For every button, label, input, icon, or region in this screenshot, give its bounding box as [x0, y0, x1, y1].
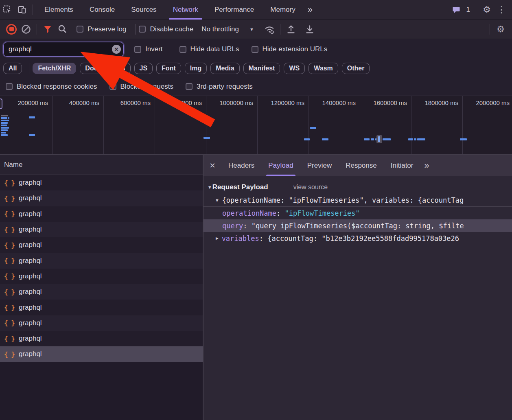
payload-rows: operationName: "ipFlowTimeseries"query: …: [203, 207, 512, 245]
chip-media[interactable]: Media: [210, 63, 239, 74]
payload-key: variables: [222, 234, 259, 243]
chip-img[interactable]: Img: [185, 63, 207, 74]
network-conditions-icon[interactable]: [262, 22, 277, 36]
details-tab-headers[interactable]: Headers: [221, 155, 261, 176]
tab-sources[interactable]: Sources: [123, 0, 164, 20]
timeline-request-mark: [8, 117, 9, 119]
request-row[interactable]: { }graphql: [0, 222, 203, 237]
hide-extension-urls-checkbox[interactable]: [252, 46, 258, 53]
kebab-menu-icon[interactable]: ⋮: [494, 3, 509, 17]
network-main-split: Name { }graphql{ }graphql{ }graphql{ }gr…: [0, 155, 512, 420]
tab-console[interactable]: Console: [81, 0, 123, 20]
request-row[interactable]: { }graphql: [0, 253, 203, 268]
timeline-request-mark: [29, 134, 35, 136]
chip-css[interactable]: CSS: [107, 63, 131, 74]
timeline-request-mark: [364, 138, 370, 140]
timeline-request-mark: [1, 129, 8, 131]
network-overview-timeline[interactable]: 200000 ms400000 ms600000 ms800000 ms1000…: [0, 96, 512, 155]
device-toolbar-icon[interactable]: [15, 3, 29, 17]
export-har-icon[interactable]: [302, 22, 317, 36]
timeline-request-mark: [1, 120, 9, 121]
collapse-triangle-icon[interactable]: ▼: [208, 185, 211, 190]
divider: [135, 24, 136, 35]
fetch-xhr-icon: { }: [4, 226, 15, 234]
chip-manifest[interactable]: Manifest: [243, 63, 280, 74]
request-name: graphql: [19, 225, 42, 234]
request-row[interactable]: { }graphql: [0, 175, 203, 190]
divider: [490, 24, 490, 35]
view-source-link[interactable]: view source: [293, 184, 328, 191]
tab-network[interactable]: Network: [165, 0, 206, 20]
payload-key: operationName: [222, 209, 276, 217]
chip-doc[interactable]: Doc: [80, 63, 103, 74]
3rd-party-requests-checkbox[interactable]: [186, 83, 193, 90]
issues-icon[interactable]: [449, 3, 464, 17]
timeline-request-mark: [1, 117, 7, 119]
chip-other[interactable]: Other: [342, 63, 370, 74]
expand-triangle-icon[interactable]: ▼: [216, 198, 219, 203]
details-tab-payload[interactable]: Payload: [261, 155, 300, 176]
disable-cache-checkbox[interactable]: [139, 26, 146, 33]
close-details-icon[interactable]: ✕: [203, 155, 221, 176]
settings-gear-icon[interactable]: ⚙: [479, 3, 494, 17]
fetch-xhr-icon: { }: [4, 195, 15, 202]
tab-memory[interactable]: Memory: [262, 0, 303, 20]
request-list-pane: Name { }graphql{ }graphql{ }graphql{ }gr…: [0, 155, 203, 420]
filter-input[interactable]: [3, 42, 124, 57]
record-network-log-icon[interactable]: [4, 22, 19, 36]
payload-row-variables[interactable]: ▶variables: {accountTag: "b12e3b2192ee55…: [203, 232, 512, 245]
request-row[interactable]: { }graphql: [0, 284, 203, 300]
request-row[interactable]: { }graphql: [0, 331, 203, 346]
tab-elements[interactable]: Elements: [36, 0, 81, 20]
blocked-requests-checkbox[interactable]: [109, 83, 116, 90]
throttling-select[interactable]: No throttling ▼: [199, 25, 256, 33]
details-tab-initiator[interactable]: Initiator: [384, 155, 420, 176]
request-row[interactable]: { }graphql: [0, 206, 203, 222]
payload-row-query[interactable]: query: "query ipFlowTimeseries($accountT…: [203, 219, 512, 232]
fetch-xhr-icon: { }: [4, 288, 15, 296]
payload-row-operationName[interactable]: operationName: "ipFlowTimeseries": [203, 207, 512, 219]
blocked-response-cookies-checkbox[interactable]: [6, 83, 13, 90]
timeline-tick-label: 600000 ms: [103, 99, 151, 107]
payload-value: {accountTag: "b12e3b2192ee5588fdad995178…: [267, 234, 459, 243]
filter-funnel-icon[interactable]: [40, 22, 55, 36]
details-tab-response[interactable]: Response: [339, 155, 384, 176]
chip-fetchxhr[interactable]: Fetch/XHR: [33, 63, 76, 74]
request-row[interactable]: { }graphql: [0, 315, 203, 331]
details-tab-preview[interactable]: Preview: [300, 155, 339, 176]
chip-js[interactable]: JS: [134, 63, 153, 74]
request-row[interactable]: { }graphql: [0, 237, 203, 253]
chip-all[interactable]: All: [3, 63, 22, 74]
request-row[interactable]: { }graphql: [0, 269, 203, 284]
chip-ws[interactable]: WS: [284, 63, 305, 74]
hide-data-urls-label: Hide data URLs: [190, 45, 239, 53]
request-options-row: Blocked response cookiesBlocked requests…: [0, 77, 512, 96]
clear-network-log-icon[interactable]: [19, 22, 33, 36]
request-row[interactable]: { }graphql: [0, 190, 203, 206]
request-name: graphql: [19, 304, 42, 312]
request-name: graphql: [19, 288, 42, 296]
clear-filter-icon[interactable]: ✕: [112, 45, 121, 54]
chip-wasm[interactable]: Wasm: [309, 63, 338, 74]
more-details-tabs-icon[interactable]: »: [420, 160, 432, 171]
issues-count[interactable]: 1: [466, 6, 470, 14]
inspect-element-icon[interactable]: [0, 3, 15, 17]
invert-checkbox[interactable]: [134, 46, 141, 53]
hide-data-urls-checkbox[interactable]: [179, 46, 186, 53]
3rd-party-requests-label: 3rd-party requests: [197, 83, 253, 91]
payload-value: "query ipFlowTimeseries($accountTag: str…: [252, 222, 464, 230]
name-column-header[interactable]: Name: [0, 155, 203, 175]
request-row[interactable]: { }graphql: [0, 300, 203, 315]
network-settings-gear-icon[interactable]: ⚙: [493, 22, 508, 36]
chip-font[interactable]: Font: [156, 63, 181, 74]
expand-triangle-icon[interactable]: ▶: [216, 236, 219, 241]
import-har-icon[interactable]: [284, 22, 298, 36]
payload-preview-line[interactable]: ▼ {operationName: "ipFlowTimeseries", va…: [203, 194, 512, 207]
more-tabs-icon[interactable]: »: [304, 4, 316, 15]
search-icon[interactable]: [55, 22, 70, 36]
details-tabs: HeadersPayloadPreviewResponseInitiator: [221, 155, 420, 176]
preserve-log-checkbox[interactable]: [77, 26, 83, 33]
tab-performance[interactable]: Performance: [206, 0, 262, 20]
request-row[interactable]: { }graphql: [0, 346, 203, 362]
divider: [172, 44, 172, 55]
